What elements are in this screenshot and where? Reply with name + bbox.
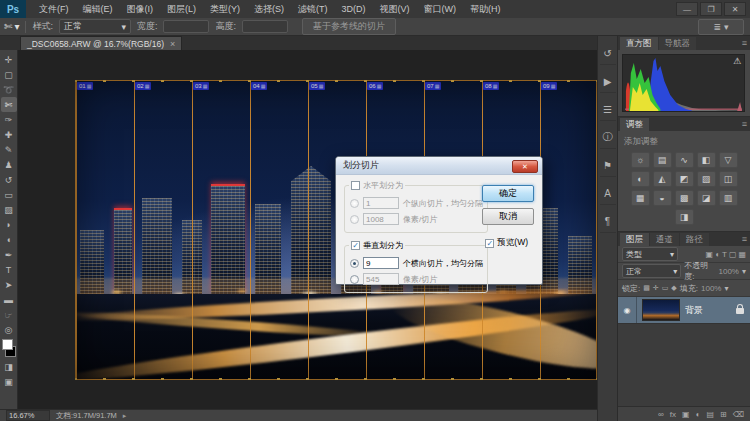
lock-position-icon[interactable]: ✛ (653, 284, 659, 292)
menu-edit[interactable]: 编辑(E) (76, 0, 120, 18)
layer-style-icon[interactable]: fx (670, 410, 676, 419)
menu-3d[interactable]: 3D(D) (335, 0, 373, 18)
tab-layers[interactable]: 图层 (620, 233, 649, 246)
workspace-switcher[interactable]: ≣ ▾ (698, 19, 744, 35)
color-lookup-icon[interactable]: ▦ (631, 190, 650, 206)
panel-menu-icon[interactable]: ≡ (742, 38, 747, 48)
horizontal-pixels-input[interactable] (363, 213, 399, 225)
style-select[interactable]: 正常 ▾ (59, 19, 131, 34)
shape-tool[interactable]: ▬ (1, 292, 17, 307)
vertical-count-radio[interactable] (350, 259, 359, 268)
invert-icon[interactable]: ◒ (653, 190, 672, 206)
brightness-contrast-icon[interactable]: ☼ (631, 152, 650, 168)
quick-mask-button[interactable]: ◨ (1, 359, 17, 374)
marquee-tool[interactable]: ▢ (1, 67, 17, 82)
tab-navigator[interactable]: 导航器 (659, 37, 697, 50)
tab-close-icon[interactable]: × (170, 39, 175, 49)
restore-button[interactable]: ❐ (700, 2, 722, 16)
divide-vertically-checkbox[interactable]: ✓ (351, 241, 360, 250)
vertical-pixels-input[interactable] (363, 273, 399, 285)
menu-window[interactable]: 窗口(W) (417, 0, 464, 18)
info-panel-icon[interactable]: ⓘ (600, 130, 616, 149)
layer-row-background[interactable]: ◉ 背景 (618, 297, 750, 324)
filter-kind-select[interactable]: 类型 ▾ (622, 247, 678, 261)
vertical-pixels-radio[interactable] (350, 275, 359, 284)
filter-pixel-icon[interactable]: ▣ (706, 250, 714, 259)
menu-type[interactable]: 类型(Y) (203, 0, 247, 18)
menu-file[interactable]: 文件(F) (32, 0, 76, 18)
new-group-icon[interactable]: ▤ (706, 410, 714, 419)
panel-menu-icon[interactable]: ≡ (742, 234, 747, 244)
tab-channels[interactable]: 通道 (650, 233, 679, 246)
healing-brush-tool[interactable]: ✚ (1, 127, 17, 142)
layer-thumbnail[interactable] (642, 299, 680, 321)
adjustment-layer-icon[interactable]: ◐ (696, 410, 701, 419)
menu-help[interactable]: 帮助(H) (463, 0, 508, 18)
vibrance-icon[interactable]: ▽ (719, 152, 738, 168)
filter-type-icon[interactable]: T (722, 250, 727, 259)
clone-source-panel-icon[interactable]: ⚑ (600, 158, 616, 177)
new-layer-icon[interactable]: ⊞ (720, 410, 727, 419)
close-button[interactable]: ✕ (724, 2, 746, 16)
slices-from-guides-button[interactable]: 基于参考线的切片 (302, 18, 396, 35)
menu-filter[interactable]: 滤镜(T) (291, 0, 335, 18)
gradient-map-icon[interactable]: ▥ (719, 190, 738, 206)
lock-transparent-icon[interactable]: ▩ (643, 284, 650, 292)
threshold-icon[interactable]: ◪ (697, 190, 716, 206)
dodge-tool[interactable]: ◖ (1, 232, 17, 247)
horizontal-count-radio[interactable] (350, 199, 359, 208)
horizontal-pixels-radio[interactable] (350, 215, 359, 224)
width-input[interactable] (163, 20, 209, 33)
lock-all-icon[interactable]: ◆ (671, 284, 676, 292)
minimize-button[interactable]: — (676, 2, 698, 16)
visibility-eye-icon[interactable]: ◉ (618, 297, 637, 323)
blend-mode-select[interactable]: 正常 ▾ (622, 264, 681, 278)
layer-mask-icon[interactable]: ▣ (682, 410, 690, 419)
photo-filter-icon[interactable]: ▨ (697, 171, 716, 187)
selective-color-icon[interactable]: ◨ (675, 209, 694, 225)
levels-icon[interactable]: ▤ (653, 152, 672, 168)
channel-mixer-icon[interactable]: ◫ (719, 171, 738, 187)
tab-paths[interactable]: 路径 (680, 233, 709, 246)
pen-tool[interactable]: ✒ (1, 247, 17, 262)
document-tab[interactable]: _DSC0658.ARW @ 16.7%(RGB/16) × (20, 36, 182, 51)
status-arrow-icon[interactable]: ▸ (123, 412, 127, 420)
ok-button[interactable]: 确定 (482, 185, 534, 202)
filter-smart-icon[interactable]: ▦ (738, 250, 746, 259)
tab-adjustments[interactable]: 调整 (620, 118, 649, 131)
filter-adjustment-icon[interactable]: ◐ (715, 250, 720, 259)
history-brush-tool[interactable]: ↺ (1, 172, 17, 187)
cancel-button[interactable]: 取消 (482, 208, 534, 225)
gradient-tool[interactable]: ▨ (1, 202, 17, 217)
foreground-color-swatch[interactable] (2, 339, 13, 350)
current-tool-chip[interactable]: ✄ ▾ (4, 21, 19, 32)
type-tool[interactable]: T (1, 262, 17, 277)
dialog-close-button[interactable]: ✕ (512, 160, 538, 173)
menu-select[interactable]: 选择(S) (247, 0, 291, 18)
paragraph-panel-icon[interactable]: ¶ (600, 214, 616, 233)
slice-tool[interactable]: ✄ (1, 97, 17, 112)
path-selection-tool[interactable]: ➤ (1, 277, 17, 292)
history-panel-icon[interactable]: ↺ (600, 46, 616, 65)
actions-panel-icon[interactable]: ▶ (600, 74, 616, 93)
dialog-titlebar[interactable]: 划分切片 ✕ (336, 157, 542, 175)
color-balance-icon[interactable]: ◭ (653, 171, 672, 187)
lasso-tool[interactable]: ➰ (1, 82, 17, 97)
screen-mode-button[interactable]: ▣ (1, 374, 17, 389)
delete-layer-icon[interactable]: ⌫ (733, 410, 744, 419)
vertical-count-input[interactable] (363, 257, 399, 269)
menu-layer[interactable]: 图层(L) (160, 0, 203, 18)
properties-panel-icon[interactable]: ☰ (600, 102, 616, 121)
link-layers-icon[interactable]: ∞ (658, 410, 664, 419)
clone-stamp-tool[interactable]: ♟ (1, 157, 17, 172)
brush-tool[interactable]: ✎ (1, 142, 17, 157)
menu-view[interactable]: 视图(V) (373, 0, 417, 18)
eraser-tool[interactable]: ▭ (1, 187, 17, 202)
blur-tool[interactable]: ◗ (1, 217, 17, 232)
black-white-icon[interactable]: ◩ (675, 171, 694, 187)
opacity-value[interactable]: 100% (719, 267, 739, 276)
color-swatches[interactable] (2, 339, 16, 357)
lock-pixels-icon[interactable]: ▭ (662, 284, 669, 292)
zoom-tool[interactable]: ◎ (1, 322, 17, 337)
preview-checkbox[interactable]: ✓ (485, 239, 494, 248)
